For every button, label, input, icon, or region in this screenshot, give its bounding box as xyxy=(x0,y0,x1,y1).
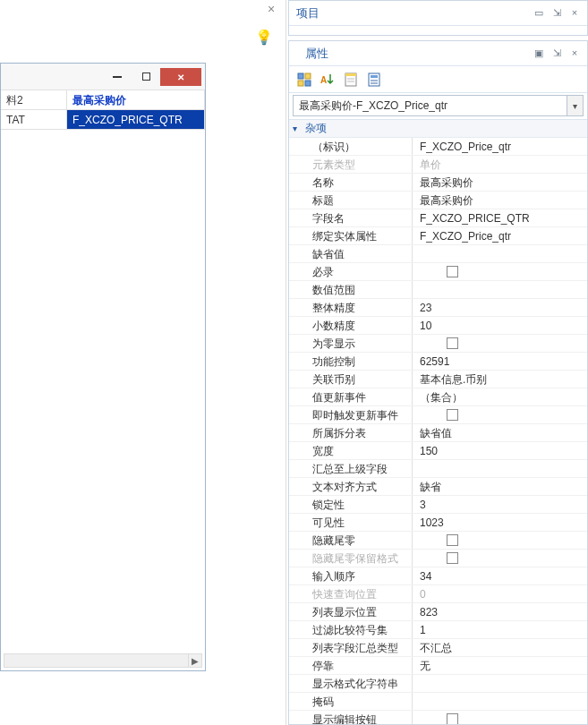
property-row[interactable]: 汇总至上级字段 xyxy=(289,460,587,478)
property-value[interactable]: 缺省 xyxy=(413,478,587,495)
property-row[interactable]: 列表显示位置823 xyxy=(289,603,587,621)
property-value[interactable]: 62591 xyxy=(413,353,587,370)
window-maximize-button[interactable] xyxy=(132,68,160,86)
close-icon[interactable]: × xyxy=(569,47,580,59)
property-value[interactable]: 基本信息.币别 xyxy=(413,371,587,388)
properties-panel-titlebar[interactable]: 属性 ▣ ⇲ × xyxy=(289,41,587,66)
property-value[interactable] xyxy=(413,263,587,280)
property-value[interactable]: 无 xyxy=(413,657,587,674)
property-row[interactable]: 显示格式化字符串 xyxy=(289,675,587,693)
property-value[interactable] xyxy=(413,406,587,423)
property-value[interactable] xyxy=(413,532,587,549)
property-value[interactable]: 不汇总 xyxy=(413,639,587,656)
property-value[interactable]: 单价 xyxy=(413,156,587,173)
window-state-icon[interactable]: ▣ xyxy=(533,47,544,59)
property-value[interactable] xyxy=(413,460,587,477)
category-header[interactable]: ▾ 杂项 xyxy=(289,120,587,138)
property-value[interactable]: 823 xyxy=(413,603,587,620)
property-value[interactable]: 缺省值 xyxy=(413,424,587,441)
property-row[interactable]: 输入顺序34 xyxy=(289,567,587,585)
grid-cell[interactable]: TAT xyxy=(1,110,67,130)
checkbox[interactable] xyxy=(447,409,458,421)
scroll-right-icon[interactable]: ▶ xyxy=(188,653,202,668)
pin-icon[interactable]: ⇲ xyxy=(551,47,562,59)
property-row[interactable]: 锁定性3 xyxy=(289,496,587,514)
property-row[interactable]: 为零显示 xyxy=(289,335,587,353)
property-row[interactable]: 名称最高采购价 xyxy=(289,174,587,192)
window-state-icon[interactable]: ▭ xyxy=(533,7,544,19)
property-row[interactable]: 停靠无 xyxy=(289,657,587,675)
property-row[interactable]: 功能控制62591 xyxy=(289,353,587,371)
checkbox[interactable] xyxy=(447,713,458,724)
property-value[interactable]: F_XCZO_PRICE_QTR xyxy=(413,209,587,226)
grid-header-cell[interactable]: 料2 xyxy=(1,90,67,110)
grid-header-cell-selected[interactable]: 最高采购价 xyxy=(67,90,205,110)
property-row[interactable]: 值更新事件（集合） xyxy=(289,388,587,406)
property-row[interactable]: 元素类型单价 xyxy=(289,156,587,174)
pin-icon[interactable]: ⇲ xyxy=(551,7,562,19)
property-row[interactable]: 绑定实体属性F_XCZO_Price_qtr xyxy=(289,227,587,245)
property-value[interactable]: F_XCZO_Price_qtr xyxy=(413,138,587,155)
property-row[interactable]: 文本对齐方式缺省 xyxy=(289,478,587,496)
property-value[interactable]: 1023 xyxy=(413,514,587,531)
property-value[interactable]: 0 xyxy=(413,585,587,602)
grid-cell-selected[interactable]: F_XCZO_PRICE_QTR xyxy=(67,110,205,130)
checkbox[interactable] xyxy=(447,337,458,349)
horizontal-scrollbar[interactable] xyxy=(4,653,189,668)
collapse-arrow-icon[interactable]: ▾ xyxy=(293,124,297,133)
close-icon[interactable]: × xyxy=(569,7,580,19)
project-panel-titlebar[interactable]: 项目 ▭ ⇲ × xyxy=(289,1,587,26)
hint-bulb-icon[interactable]: 💡 xyxy=(255,29,273,47)
property-row[interactable]: 隐藏尾零 xyxy=(289,532,587,550)
properties-grid[interactable]: ▾ 杂项 （标识）F_XCZO_Price_qtr元素类型单价名称最高采购价标题… xyxy=(289,119,587,724)
property-row[interactable]: （标识）F_XCZO_Price_qtr xyxy=(289,138,587,156)
property-row[interactable]: 整体精度23 xyxy=(289,299,587,317)
events-icon[interactable] xyxy=(364,70,384,90)
checkbox[interactable] xyxy=(447,534,458,546)
property-page-icon[interactable] xyxy=(341,70,361,90)
data-grid[interactable]: 料2 最高采购价 TAT F_XCZO_PRICE_QTR xyxy=(1,90,205,130)
window-close-button[interactable] xyxy=(160,68,201,86)
window-minimize-button[interactable] xyxy=(103,68,132,86)
property-value[interactable] xyxy=(413,675,587,692)
property-value[interactable] xyxy=(413,693,587,710)
categorize-icon[interactable] xyxy=(294,70,314,90)
property-row[interactable]: 字段名F_XCZO_PRICE_QTR xyxy=(289,209,587,227)
property-row[interactable]: 显示编辑按钮 xyxy=(289,711,587,724)
property-row[interactable]: 必录 xyxy=(289,263,587,281)
property-row[interactable]: 所属拆分表缺省值 xyxy=(289,424,587,442)
chevron-down-icon[interactable]: ▾ xyxy=(567,96,583,115)
property-row[interactable]: 列表字段汇总类型不汇总 xyxy=(289,639,587,657)
property-value[interactable] xyxy=(413,550,587,567)
property-row[interactable]: 缺省值 xyxy=(289,245,587,263)
property-row[interactable]: 即时触发更新事件 xyxy=(289,406,587,424)
property-value[interactable]: 3 xyxy=(413,496,587,513)
sort-az-icon[interactable]: A xyxy=(318,70,337,90)
property-value[interactable]: 150 xyxy=(413,442,587,459)
property-value[interactable]: F_XCZO_Price_qtr xyxy=(413,227,587,244)
window-titlebar[interactable] xyxy=(1,64,205,90)
property-value[interactable] xyxy=(413,245,587,262)
property-row[interactable]: 隐藏尾零保留格式 xyxy=(289,550,587,567)
property-value[interactable] xyxy=(413,281,587,298)
property-value[interactable]: 最高采购价 xyxy=(413,192,587,209)
close-icon[interactable]: × xyxy=(268,2,278,14)
object-selector[interactable]: 最高采购价-F_XCZO_Price_qtr ▾ xyxy=(293,95,584,116)
property-value[interactable] xyxy=(413,335,587,352)
property-row[interactable]: 快速查询位置0 xyxy=(289,585,587,603)
grid-data-row[interactable]: TAT F_XCZO_PRICE_QTR xyxy=(1,110,205,130)
property-row[interactable]: 数值范围 xyxy=(289,281,587,299)
property-row[interactable]: 小数精度10 xyxy=(289,317,587,335)
property-value[interactable] xyxy=(413,711,587,724)
property-row[interactable]: 宽度150 xyxy=(289,442,587,460)
property-value[interactable]: 23 xyxy=(413,299,587,316)
checkbox[interactable] xyxy=(447,266,458,277)
property-row[interactable]: 掩码 xyxy=(289,693,587,711)
property-value[interactable]: 34 xyxy=(413,567,587,584)
property-value[interactable]: 10 xyxy=(413,317,587,334)
property-value[interactable]: 1 xyxy=(413,621,587,638)
property-row[interactable]: 标题最高采购价 xyxy=(289,192,587,209)
property-row[interactable]: 过滤比较符号集1 xyxy=(289,621,587,639)
property-row[interactable]: 可见性1023 xyxy=(289,514,587,532)
property-value[interactable]: 最高采购价 xyxy=(413,174,587,191)
